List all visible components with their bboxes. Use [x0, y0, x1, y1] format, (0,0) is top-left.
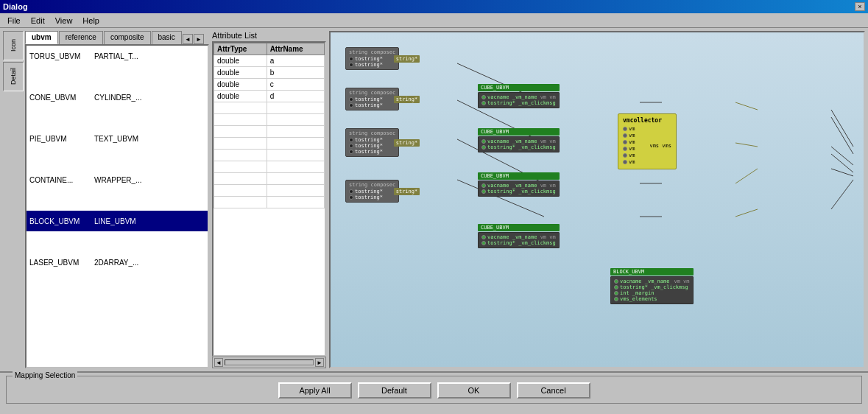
attr-row-empty — [214, 126, 325, 138]
attr-row-empty — [214, 173, 325, 185]
detail-side-button[interactable]: Detail — [3, 62, 24, 91]
list-item[interactable] — [27, 66, 208, 87]
attr-row: doubleb — [214, 67, 325, 79]
close-button[interactable]: × — [855, 2, 865, 11]
attr-col-name: AttrName — [267, 43, 324, 55]
list-item[interactable] — [27, 108, 208, 128]
tab-ubvm[interactable]: ubvm — [25, 31, 58, 44]
string-composer-1[interactable]: string composec tostring* tostring* stri… — [345, 47, 399, 70]
left-panel: Icon Detail ubvm reference composite bas… — [3, 31, 209, 368]
svg-line-8 — [735, 102, 758, 110]
title-bar: Dialog × — [0, 0, 868, 13]
menu-bar: File Edit View Help — [0, 13, 868, 28]
scroll-right-arrow[interactable]: ► — [315, 358, 324, 367]
svg-line-15 — [831, 154, 853, 172]
ubvm-list[interactable]: TORUS_UBVMPARTIAL_T... CONE_UBVMCYLINDER… — [27, 46, 208, 367]
attr-row-empty — [214, 185, 325, 197]
scroll-left-arrow[interactable]: ◄ — [214, 358, 223, 367]
string-composer-3[interactable]: string composec tostring* tostring* tost… — [345, 128, 399, 157]
menu-file[interactable]: File — [3, 15, 25, 26]
list-item[interactable]: LASER_UBVM2DARRAY_... — [27, 252, 208, 273]
tab-prev-button[interactable]: ◄ — [183, 34, 193, 44]
attr-row: doublec — [214, 79, 325, 91]
menu-edit[interactable]: Edit — [27, 15, 49, 26]
cube-ubvm-3[interactable]: CUBE_UBVM vacname _vm_namevm vm tostring… — [478, 172, 560, 197]
side-buttons: Icon Detail — [3, 31, 24, 368]
tab-next-button[interactable]: ► — [194, 34, 204, 44]
string-composer-4[interactable]: string composec tostring* tostring* stri… — [345, 180, 399, 203]
tab-reference[interactable]: reference — [59, 31, 103, 44]
list-item[interactable] — [27, 231, 208, 252]
attr-row-empty — [214, 150, 325, 161]
attr-scrollbar[interactable]: ◄ ► — [212, 357, 326, 368]
svg-line-12 — [831, 110, 853, 147]
list-item[interactable] — [27, 190, 208, 211]
diagram-panel: string composec tostring* tostring* stri… — [329, 31, 865, 368]
bottom-buttons: Apply All Default OK Cancel — [13, 382, 855, 399]
list-item-selected[interactable]: BLOCK_UBVMLINE_UBVM — [27, 211, 208, 231]
svg-line-11 — [735, 209, 758, 217]
diagram-area[interactable]: string composec tostring* tostring* stri… — [331, 32, 864, 367]
attr-row-empty — [214, 138, 325, 150]
ok-button[interactable]: OK — [437, 382, 511, 399]
list-item[interactable]: CONTAINE...WRAPPER_... — [27, 169, 208, 190]
apply-all-button[interactable]: Apply All — [278, 382, 352, 399]
svg-line-14 — [831, 147, 853, 165]
list-item[interactable]: PIE_UBVMTEXT_UBVM — [27, 128, 208, 149]
list-item[interactable]: CONE_UBVMCYLINDER_... — [27, 87, 208, 108]
list-item[interactable] — [27, 149, 208, 169]
vm-collector-node[interactable]: vmcollector vm vm vm vm vm vm vms vms — [618, 113, 677, 169]
attr-row-empty — [214, 161, 325, 173]
menu-view[interactable]: View — [51, 15, 77, 26]
icon-side-button[interactable]: Icon — [3, 31, 24, 60]
tab-container: ubvm reference composite basic ◄ ► TORUS… — [25, 31, 209, 368]
attr-list-title: Attribute List — [212, 31, 326, 40]
attr-table: AttrType AttrName doublea doubleb double… — [214, 43, 325, 208]
attr-row-empty — [214, 197, 325, 208]
svg-line-13 — [831, 117, 853, 154]
cancel-button[interactable]: Cancel — [517, 382, 590, 399]
menu-help[interactable]: Help — [78, 15, 104, 26]
svg-line-9 — [735, 143, 758, 147]
svg-line-17 — [831, 180, 853, 209]
list-item[interactable]: TORUS_UBVMPARTIAL_T... — [27, 46, 208, 66]
attr-col-type: AttrType — [214, 43, 267, 55]
attr-row-empty — [214, 114, 325, 126]
cube-ubvm-4[interactable]: CUBE_UBVM vacname _vm_namevm vm tostring… — [478, 224, 560, 248]
tab-basic[interactable]: basic — [152, 31, 182, 44]
attr-row: doublea — [214, 55, 325, 67]
attr-table-container: AttrType AttrName doublea doubleb double… — [212, 41, 326, 357]
block-ubvm-node[interactable]: BLOCK_UBVM vacname _vm_namevm vm tostrin… — [610, 268, 694, 304]
default-button[interactable]: Default — [358, 382, 431, 399]
string-composer-2[interactable]: string composec tostring* tostring* stri… — [345, 88, 399, 110]
cube-ubvm-2[interactable]: CUBE_UBVM vacname _vm_namevm vm tostring… — [478, 128, 560, 152]
tab-composite[interactable]: composite — [104, 31, 151, 44]
bottom-bar: Mapping Selection Apply All Default OK C… — [0, 371, 868, 414]
middle-panel: Attribute List AttrType AttrName doublea… — [212, 31, 326, 368]
connections-svg — [331, 32, 864, 367]
cube-ubvm-1[interactable]: CUBE_UBVM vacname _vm_namevm vm tostring… — [478, 84, 560, 108]
main-content: Icon Detail ubvm reference composite bas… — [0, 28, 868, 371]
attr-row: doubled — [214, 91, 325, 102]
window-title: Dialog — [3, 2, 28, 11]
svg-line-10 — [735, 169, 758, 183]
attr-row-empty — [214, 102, 325, 114]
tabs-row: ubvm reference composite basic ◄ ► — [25, 31, 209, 44]
mapping-selection-label: Mapping Selection — [13, 371, 77, 379]
svg-line-16 — [831, 169, 853, 176]
